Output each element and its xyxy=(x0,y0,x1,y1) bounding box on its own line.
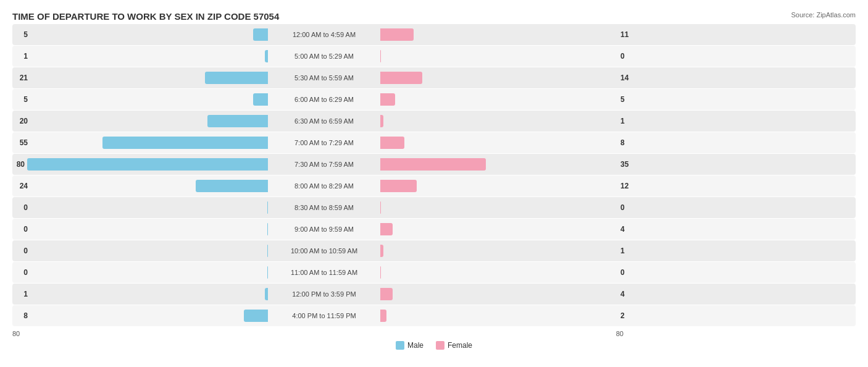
male-bar xyxy=(267,223,268,235)
male-bar xyxy=(267,201,268,214)
female-value: 12 xyxy=(620,182,636,190)
right-section: 11 xyxy=(377,28,636,41)
male-value: 55 xyxy=(12,138,28,147)
female-value: 1 xyxy=(620,117,636,125)
female-value: 0 xyxy=(620,203,636,212)
female-bar xyxy=(380,115,383,127)
bar-row: 0 8:30 AM to 8:59 AM 0 xyxy=(12,197,856,218)
bar-row: 0 9:00 AM to 9:59 AM 4 xyxy=(12,219,856,240)
female-bar xyxy=(380,93,395,106)
bar-row: 0 11:00 AM to 11:59 AM 0 xyxy=(12,262,856,283)
male-bar xyxy=(205,72,268,84)
legend-female-icon xyxy=(436,341,444,350)
bar-row: 20 6:30 AM to 6:59 AM 1 xyxy=(12,111,856,132)
male-bar xyxy=(207,115,268,127)
male-bar xyxy=(267,266,268,279)
bar-row: 21 5:30 AM to 5:59 AM 14 xyxy=(12,67,856,88)
female-value: 5 xyxy=(620,95,636,104)
legend-female: Female xyxy=(436,341,472,350)
right-section: 12 xyxy=(377,180,636,192)
left-section: 20 xyxy=(12,115,272,127)
time-label: 6:30 AM to 6:59 AM xyxy=(272,117,377,125)
time-label: 10:00 AM to 10:59 AM xyxy=(272,247,377,255)
male-value: 80 xyxy=(9,160,25,169)
right-section: 0 xyxy=(377,50,636,62)
right-section: 0 xyxy=(377,201,636,214)
male-value: 5 xyxy=(12,95,28,104)
left-section: 0 xyxy=(12,266,272,279)
bar-row: 24 8:00 AM to 8:29 AM 12 xyxy=(12,175,856,196)
legend: Male Female xyxy=(12,341,856,350)
male-bar xyxy=(253,93,268,106)
legend-male-label: Male xyxy=(407,341,424,350)
female-bar xyxy=(380,50,381,62)
left-section: 5 xyxy=(12,28,272,41)
male-value: 0 xyxy=(12,203,28,212)
time-label: 7:30 AM to 7:59 AM xyxy=(272,161,377,168)
right-section: 35 xyxy=(377,158,636,171)
female-bar xyxy=(380,288,393,300)
right-section: 4 xyxy=(377,223,636,235)
left-section: 24 xyxy=(12,180,272,192)
male-bar xyxy=(196,180,268,192)
female-bar xyxy=(380,180,417,192)
right-section: 5 xyxy=(377,93,636,106)
bar-row: 80 7:30 AM to 7:59 AM 35 xyxy=(12,154,856,175)
male-value: 1 xyxy=(12,290,28,298)
bar-row: 5 6:00 AM to 6:29 AM 5 xyxy=(12,89,856,110)
bar-row: 55 7:00 AM to 7:29 AM 8 xyxy=(12,132,856,153)
female-value: 4 xyxy=(620,290,636,298)
legend-female-label: Female xyxy=(448,341,472,350)
chart-container: TIME OF DEPARTURE TO WORK BY SEX IN ZIP … xyxy=(0,0,868,367)
male-bar xyxy=(27,158,268,171)
left-section: 8 xyxy=(12,310,272,322)
time-label: 12:00 PM to 3:59 PM xyxy=(272,290,377,298)
male-value: 5 xyxy=(12,30,28,39)
female-bar xyxy=(380,201,381,214)
bar-row: 5 12:00 AM to 4:59 AM 11 xyxy=(12,24,856,45)
female-bar xyxy=(380,137,404,149)
right-section: 1 xyxy=(377,115,636,127)
female-value: 14 xyxy=(620,74,636,82)
time-label: 5:30 AM to 5:59 AM xyxy=(272,74,377,82)
chart-area: 5 12:00 AM to 4:59 AM 11 1 5:00 AM to 5:… xyxy=(12,24,856,326)
left-section: 1 xyxy=(12,50,272,62)
right-section: 8 xyxy=(377,137,636,149)
legend-male-icon xyxy=(396,341,404,350)
female-bar xyxy=(380,223,393,235)
male-value: 0 xyxy=(12,268,28,277)
male-bar xyxy=(267,245,268,257)
female-bar xyxy=(380,158,486,171)
female-value: 1 xyxy=(620,247,636,255)
chart-source: Source: ZipAtlas.com xyxy=(791,11,856,19)
bar-row: 1 12:00 PM to 3:59 PM 4 xyxy=(12,284,856,305)
time-label: 8:00 AM to 8:29 AM xyxy=(272,182,377,190)
legend-male: Male xyxy=(396,341,424,350)
left-section: 0 xyxy=(12,201,272,214)
right-section: 4 xyxy=(377,288,636,300)
left-section: 0 xyxy=(12,223,272,235)
female-bar xyxy=(380,310,386,322)
right-section: 1 xyxy=(377,245,636,257)
left-section: 0 xyxy=(12,245,272,257)
female-bar xyxy=(380,266,381,279)
male-bar xyxy=(253,28,268,41)
chart-title: TIME OF DEPARTURE TO WORK BY SEX IN ZIP … xyxy=(12,11,279,22)
time-label: 5:00 AM to 5:29 AM xyxy=(272,53,377,60)
female-value: 8 xyxy=(620,138,636,147)
female-bar xyxy=(380,72,422,84)
time-label: 6:00 AM to 6:29 AM xyxy=(272,96,377,103)
time-label: 12:00 AM to 4:59 AM xyxy=(272,31,377,38)
bar-row: 0 10:00 AM to 10:59 AM 1 xyxy=(12,240,856,261)
right-section: 14 xyxy=(377,72,636,84)
male-bar xyxy=(265,50,268,62)
time-label: 9:00 AM to 9:59 AM xyxy=(272,226,377,233)
male-value: 1 xyxy=(12,52,28,61)
right-section: 0 xyxy=(377,266,636,279)
left-section: 1 xyxy=(12,288,272,300)
male-bar xyxy=(244,310,268,322)
male-value: 0 xyxy=(12,247,28,255)
male-value: 24 xyxy=(12,182,28,190)
time-label: 7:00 AM to 7:29 AM xyxy=(272,139,377,146)
left-section: 55 xyxy=(12,137,272,149)
